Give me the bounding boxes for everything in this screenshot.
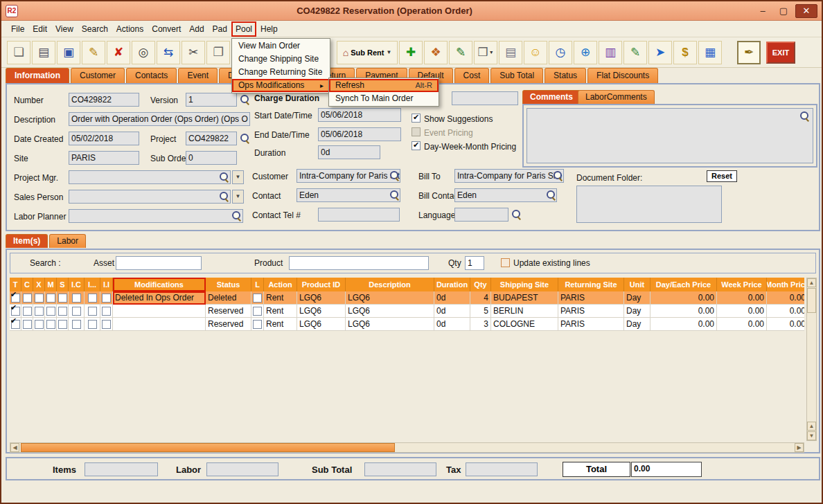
action-cell[interactable]: Rent	[264, 305, 297, 318]
add-line-button[interactable]: ✚	[399, 41, 423, 64]
menu-pad[interactable]: Pad	[209, 21, 231, 37]
description-cell[interactable]: LGQ6	[346, 305, 434, 318]
col-x[interactable]: X	[33, 278, 45, 291]
tab-information[interactable]: Information	[6, 68, 69, 83]
month-price-cell[interactable]: 0.00	[767, 305, 804, 318]
event-pricing-checkbox[interactable]	[412, 127, 421, 136]
project-mgr-search-icon[interactable]	[219, 172, 229, 181]
i2-checkbox[interactable]	[88, 294, 97, 303]
table-row[interactable]: Deleted In Ops Order Deleted Rent LGQ6 L…	[10, 291, 804, 305]
col-action[interactable]: Action	[264, 278, 297, 291]
print-button[interactable]: ▤	[32, 41, 55, 64]
shipping-site-cell[interactable]: BUDAPEST	[491, 291, 558, 305]
sub-rent-button[interactable]: ⌂ Sub Rent ▼	[337, 41, 398, 64]
menu-actions[interactable]: Actions	[112, 21, 148, 37]
month-price-cell[interactable]: 0.00	[767, 291, 804, 305]
catalog-button[interactable]: ▥	[599, 41, 622, 64]
print-preview-button[interactable]: ▤	[499, 41, 522, 64]
language-field[interactable]	[454, 208, 508, 222]
menu-pool[interactable]: Pool View Main Order Change Shipping Sit…	[231, 21, 256, 37]
l-checkbox[interactable]	[253, 294, 262, 303]
tab-flat-discounts[interactable]: Flat Discounts	[587, 68, 658, 83]
col-week-price[interactable]: Week Price	[717, 278, 767, 291]
day-price-cell[interactable]: 0.00	[651, 318, 717, 331]
customer-field[interactable]: Intra-Company for Paris Site	[297, 169, 400, 183]
returning-site-cell[interactable]: PARIS	[558, 318, 624, 331]
qty-cell[interactable]: 3	[470, 318, 491, 331]
col-description[interactable]: Description	[346, 278, 434, 291]
col-modifications[interactable]: Modifications	[113, 278, 206, 291]
menu-search[interactable]: Search	[78, 21, 112, 37]
scroll-left-icon[interactable]: ◀	[10, 443, 19, 452]
inventory-button[interactable]: ▦	[698, 41, 722, 64]
modifications-cell[interactable]	[113, 318, 206, 331]
delete-button[interactable]: ✘	[107, 41, 130, 64]
edit-note-button[interactable]: ✎	[449, 41, 472, 64]
col-c[interactable]: C	[21, 278, 33, 291]
menu-item-refresh[interactable]: Refresh Alt-R	[329, 79, 439, 92]
vertical-scroll-thumb[interactable]	[807, 288, 816, 313]
table-row[interactable]: Reserved Rent LGQ6 LGQ6 0d 3 COLOGNE PAR…	[10, 318, 804, 331]
ii-checkbox[interactable]	[102, 320, 111, 329]
table-row[interactable]: Reserved Rent LGQ6 LGQ6 0d 5 BERLIN PARI…	[10, 305, 804, 318]
col-day-each-price[interactable]: Day/Each Price	[651, 278, 717, 291]
close-button[interactable]: ✕	[795, 4, 817, 18]
project-field[interactable]: CO429822	[186, 132, 237, 145]
i2-checkbox[interactable]	[88, 307, 97, 316]
t-checkbox[interactable]	[11, 320, 20, 329]
tab-items[interactable]: Item(s)	[6, 234, 48, 248]
number-field[interactable]: CO429822	[69, 93, 139, 107]
m-checkbox[interactable]	[46, 320, 55, 329]
product-search-field[interactable]	[289, 256, 429, 270]
col-t[interactable]: T	[10, 278, 21, 291]
contact-search-icon[interactable]	[389, 190, 399, 199]
menu-file[interactable]: File	[7, 21, 28, 37]
ii-checkbox[interactable]	[102, 294, 111, 303]
modifications-cell[interactable]	[113, 305, 206, 318]
t-checkbox[interactable]	[11, 307, 20, 316]
asset-search-field[interactable]	[116, 256, 202, 270]
menu-item-synch-to-main-order[interactable]: Synch To Main Order	[329, 92, 439, 105]
end-date-field[interactable]: 05/06/2018	[318, 127, 401, 141]
col-l[interactable]: L	[251, 278, 264, 291]
save-button[interactable]: ▣	[57, 41, 80, 64]
s-checkbox[interactable]	[58, 307, 67, 316]
comments-textarea[interactable]	[526, 108, 813, 163]
maximize-button[interactable]: ▢	[775, 4, 793, 18]
x-checkbox[interactable]	[35, 320, 44, 329]
duration-field[interactable]: 0d	[318, 145, 380, 159]
document-folder-box[interactable]	[576, 186, 722, 223]
search-button[interactable]: ◎	[132, 41, 155, 64]
menu-item-change-returning-site[interactable]: Change Returning Site	[232, 66, 330, 79]
copies-button[interactable]: ❒▼	[474, 41, 497, 64]
returning-site-cell[interactable]: PARIS	[558, 305, 624, 318]
bill-contact-field[interactable]: Eden	[454, 188, 557, 202]
sales-person-search-icon[interactable]	[219, 191, 229, 201]
col-status[interactable]: Status	[206, 278, 251, 291]
unit-cell[interactable]: Day	[624, 305, 651, 318]
comments-search-icon[interactable]	[799, 111, 809, 120]
ic-checkbox[interactable]	[72, 294, 81, 303]
update-existing-lines-checkbox[interactable]	[501, 258, 510, 267]
convert-button[interactable]: ⇆	[157, 41, 180, 64]
new-button[interactable]: ❏	[7, 41, 30, 64]
tab-contacts[interactable]: Contacts	[126, 68, 177, 83]
project-mgr-field[interactable]	[69, 170, 231, 184]
language-search-icon[interactable]	[511, 209, 521, 219]
show-suggestions-checkbox[interactable]	[412, 114, 421, 123]
version-search-icon[interactable]	[240, 94, 249, 104]
col-i2[interactable]: I...	[85, 278, 100, 291]
col-ii[interactable]: I.I	[100, 278, 113, 291]
col-month-price[interactable]: Month Price	[767, 278, 804, 291]
t-checkbox[interactable]	[11, 294, 20, 303]
description-field[interactable]: Order with Operation Order (Ops Order) (…	[69, 112, 250, 126]
project-mgr-dropdown-button[interactable]: ▼	[232, 170, 244, 184]
shipping-site-cell[interactable]: BERLIN	[491, 305, 558, 318]
action-cell[interactable]: Rent	[264, 318, 297, 331]
tab-sub-total[interactable]: Sub Total	[490, 68, 543, 83]
shipping-site-cell[interactable]: COLOGNE	[491, 318, 558, 331]
exit-button[interactable]: EXIT	[766, 42, 795, 64]
m-checkbox[interactable]	[46, 307, 55, 316]
copy-button[interactable]: ❐	[206, 41, 230, 64]
sales-person-field[interactable]	[69, 190, 231, 204]
